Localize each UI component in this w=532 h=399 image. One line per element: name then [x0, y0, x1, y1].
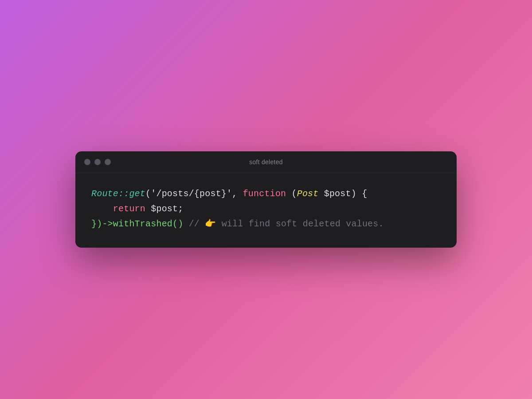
code-window: soft deleted Route::get('/posts/{post}',… — [75, 151, 457, 248]
code-token: ( — [286, 189, 297, 199]
code-body: Route::get('/posts/{post}', function (Po… — [75, 173, 457, 248]
code-line-1: Route::get('/posts/{post}', function (Po… — [91, 186, 441, 201]
code-token: Post — [297, 189, 319, 199]
traffic-light-maximize — [105, 159, 111, 165]
code-token: })->withTrashed() — [91, 219, 183, 229]
traffic-light-close — [84, 159, 90, 165]
code-line-3: })->withTrashed() // 👉 will find soft de… — [91, 217, 441, 232]
pointing-hand-icon: 👉 — [205, 219, 216, 229]
code-token: will find soft deleted values. — [216, 219, 383, 229]
code-token: $post) { — [319, 189, 368, 199]
code-token-function: function — [243, 189, 286, 199]
code-token: ('/posts/{post}', — [145, 189, 243, 199]
code-token: return — [91, 204, 145, 214]
code-token: // — [183, 219, 205, 229]
titlebar: soft deleted — [75, 151, 457, 173]
code-line-2: return $post; — [91, 201, 441, 217]
traffic-lights — [84, 159, 111, 165]
window-title: soft deleted — [249, 158, 283, 166]
code-token: Route::get — [91, 189, 145, 199]
code-token: $post; — [145, 204, 183, 214]
traffic-light-minimize — [94, 159, 101, 165]
